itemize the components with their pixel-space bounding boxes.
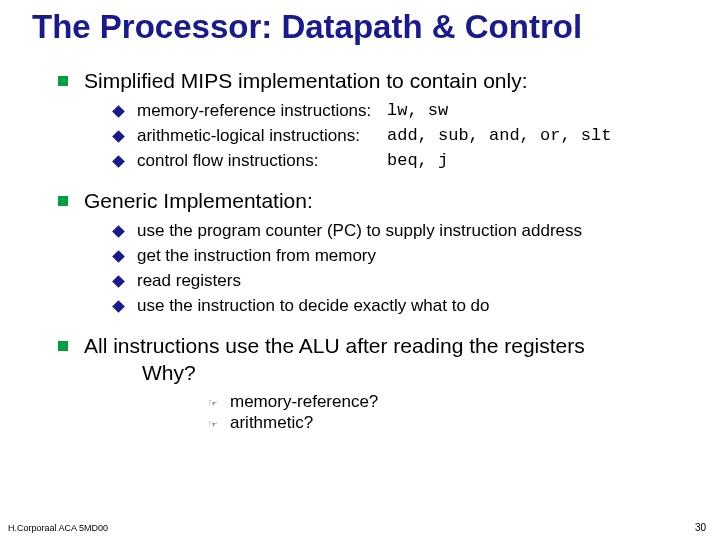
- square-bullet-icon: [58, 341, 68, 351]
- bullet-lvl1: Simplified MIPS implementation to contai…: [58, 67, 680, 94]
- instr-label: arithmetic-logical instructions:: [137, 125, 387, 148]
- bullet-lvl3: ☞ arithmetic?: [208, 413, 680, 433]
- lvl2-text: get the instruction from memory: [137, 245, 376, 268]
- lvl2-group: memory-reference instructions: lw, sw ar…: [58, 100, 680, 173]
- hand-bullet-icon: ☞: [208, 397, 218, 410]
- lvl2-text: read registers: [137, 270, 241, 293]
- diamond-bullet-icon: [112, 225, 125, 238]
- lvl1-line1: All instructions use the ALU after readi…: [84, 334, 585, 357]
- footer-author: H.Corporaal ACA 5MD00: [8, 523, 108, 533]
- bullet-lvl2: control flow instructions: beq, j: [114, 150, 680, 173]
- slide-title: The Processor: Datapath & Control: [0, 0, 720, 45]
- lvl2-text: use the program counter (PC) to supply i…: [137, 220, 582, 243]
- footer-page-number: 30: [695, 522, 706, 533]
- bullet-lvl2: memory-reference instructions: lw, sw: [114, 100, 680, 123]
- lvl2-text: use the instruction to decide exactly wh…: [137, 295, 489, 318]
- bullet-lvl3: ☞ memory-reference?: [208, 392, 680, 412]
- instr-label: memory-reference instructions:: [137, 100, 387, 123]
- bullet-lvl2: read registers: [114, 270, 680, 293]
- lvl1-text: Generic Implementation:: [84, 187, 313, 214]
- bullet-lvl2: get the instruction from memory: [114, 245, 680, 268]
- square-bullet-icon: [58, 76, 68, 86]
- bullet-lvl2: use the instruction to decide exactly wh…: [114, 295, 680, 318]
- slide-content: Simplified MIPS implementation to contai…: [0, 45, 720, 434]
- diamond-bullet-icon: [112, 300, 125, 313]
- instr-label: control flow instructions:: [137, 150, 387, 173]
- lvl2-group: use the program counter (PC) to supply i…: [58, 220, 680, 318]
- lvl1-text: All instructions use the ALU after readi…: [84, 332, 585, 387]
- diamond-bullet-icon: [112, 105, 125, 118]
- diamond-bullet-icon: [112, 130, 125, 143]
- diamond-bullet-icon: [112, 250, 125, 263]
- bullet-lvl2: use the program counter (PC) to supply i…: [114, 220, 680, 243]
- diamond-bullet-icon: [112, 275, 125, 288]
- diamond-bullet-icon: [112, 155, 125, 168]
- lvl2-text: memory-reference instructions: lw, sw: [137, 100, 448, 123]
- hand-bullet-icon: ☞: [208, 418, 218, 431]
- lvl2-text: arithmetic-logical instructions: add, su…: [137, 125, 611, 148]
- lvl3-group: ☞ memory-reference? ☞ arithmetic?: [58, 392, 680, 433]
- bullet-lvl2: arithmetic-logical instructions: add, su…: [114, 125, 680, 148]
- instr-code: beq, j: [387, 150, 448, 173]
- bullet-lvl1: Generic Implementation:: [58, 187, 680, 214]
- instr-code: add, sub, and, or, slt: [387, 125, 611, 148]
- lvl3-text: memory-reference?: [230, 392, 378, 412]
- lvl1-text: Simplified MIPS implementation to contai…: [84, 67, 528, 94]
- square-bullet-icon: [58, 196, 68, 206]
- lvl3-text: arithmetic?: [230, 413, 313, 433]
- bullet-lvl1: All instructions use the ALU after readi…: [58, 332, 680, 387]
- instr-code: lw, sw: [387, 100, 448, 123]
- why-text: Why?: [84, 361, 196, 384]
- lvl2-text: control flow instructions: beq, j: [137, 150, 448, 173]
